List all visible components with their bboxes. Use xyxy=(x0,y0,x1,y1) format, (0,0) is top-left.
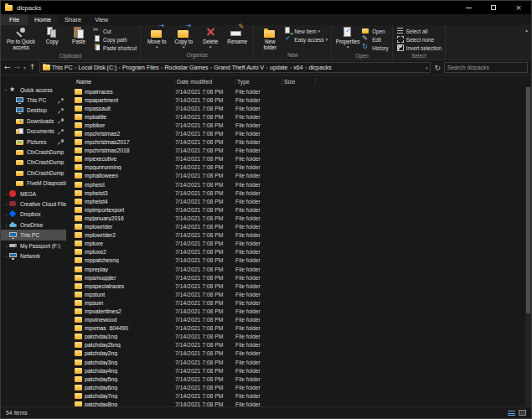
breadcrumb-segment-x64[interactable]: x64 xyxy=(292,65,303,70)
sidebar-item-creative-cloud-files[interactable]: Creative Cloud Files xyxy=(1,199,66,209)
sidebar-item-desktop[interactable]: Desktop xyxy=(1,106,66,116)
breadcrumb-segment-program-files[interactable]: Program Files xyxy=(121,65,160,70)
file-row-patchday2bng[interactable]: patchday2bng7/14/2021 7:08 PMFile folder xyxy=(75,341,531,349)
select-none-button[interactable]: Select none xyxy=(396,35,442,44)
sidebar-item-this-pc[interactable]: This PC xyxy=(1,230,66,240)
forward-icon[interactable] xyxy=(14,64,21,71)
file-row-mpvinewood[interactable]: mpvinewood7/14/2021 7:08 PMFile folder xyxy=(75,316,531,324)
file-row-mpchristmas2[interactable]: mpchristmas27/14/2021 7:08 PMFile folder xyxy=(75,129,531,137)
sidebar-item-this-pc[interactable]: This PC xyxy=(1,95,66,105)
tab-home[interactable]: Home xyxy=(28,14,58,25)
chevron-icon[interactable] xyxy=(3,87,9,93)
sidebar-item-dropbox[interactable]: Dropbox xyxy=(1,210,66,220)
file-row-mpjanuary2016[interactable]: mpjanuary20167/14/2021 7:08 PMFile folde… xyxy=(75,214,531,222)
chevron-icon[interactable] xyxy=(3,201,9,207)
file-row-mpheist3[interactable]: mpheist37/14/2021 7:08 PMFile folder xyxy=(75,189,531,197)
tab-view[interactable]: View xyxy=(88,14,115,25)
file-row-mpspecialraces[interactable]: mpspecialraces7/14/2021 7:08 PMFile fold… xyxy=(75,282,531,290)
breadcrumb-segment-local-disk-c[interactable]: Local Disk (C:) xyxy=(77,65,117,70)
breadcrumb-segment-grand-theft-auto-v[interactable]: Grand Theft Auto V xyxy=(213,65,265,70)
breadcrumb-segment-this-pc[interactable]: This PC xyxy=(51,65,74,70)
file-row-mpheist[interactable]: mpheist7/14/2021 7:08 PMFile folder xyxy=(75,180,531,189)
file-row-mpluxe[interactable]: mpluxe7/14/2021 7:08 PMFile folder xyxy=(75,240,531,248)
file-row-mpreplay[interactable]: mpreplay7/14/2021 7:08 PMFile folder xyxy=(75,265,531,273)
file-row-mplowrider2[interactable]: mplowrider27/14/2021 7:08 PMFile folder xyxy=(75,231,531,240)
file-row-mpluxe2[interactable]: mpluxe27/14/2021 7:08 PMFile folder xyxy=(75,248,531,256)
file-row-mpstunt[interactable]: mpstunt7/14/2021 7:08 PMFile folder xyxy=(75,290,531,298)
file-row-mpchristmas2018[interactable]: mpchristmas20187/14/2021 7:08 PMFile fol… xyxy=(75,147,531,155)
file-row-patchday4ng[interactable]: patchday4ng7/14/2021 7:08 PMFile folder xyxy=(75,366,531,375)
scrollbar-thumb[interactable] xyxy=(526,87,530,313)
new-item-button[interactable]: New item▾ xyxy=(284,27,328,35)
refresh-icon[interactable] xyxy=(434,64,441,72)
search-input[interactable] xyxy=(445,65,527,70)
sidebar-item-cfxcrashdump-202[interactable]: CfxCrashDump_202 xyxy=(1,158,66,168)
file-row-mpheist4[interactable]: mpheist47/14/2021 7:08 PMFile folder xyxy=(75,197,531,205)
up-icon[interactable] xyxy=(29,64,36,71)
invert-selection-button[interactable]: Invert selection xyxy=(396,44,442,52)
file-row-patchday6ng[interactable]: patchday6ng7/14/2021 7:08 PMFile folder xyxy=(75,383,531,391)
sidebar-item-pictures[interactable]: Pictures xyxy=(1,137,66,147)
file-row-mphalloween[interactable]: mphalloween7/14/2021 7:08 PMFile folder xyxy=(75,172,531,180)
sidebar-item-network[interactable]: Network xyxy=(1,251,66,261)
copy-button[interactable]: Copy xyxy=(39,26,65,45)
delete-button[interactable]: Delete▾ xyxy=(198,26,223,49)
pin-to-quick-access-button[interactable]: Pin to Quick access xyxy=(4,26,38,51)
properties-button[interactable]: Properties▾ xyxy=(335,26,360,49)
file-row-mpgunrunning[interactable]: mpgunrunning7/14/2021 7:08 PMFile folder xyxy=(75,163,531,172)
paste-button[interactable]: Paste xyxy=(66,26,91,45)
sidebar-item-cfxcrashdump-202[interactable]: CfxCrashDump_202 xyxy=(1,168,66,178)
file-row-patchday8ng[interactable]: patchday8ng7/14/2021 7:08 PMFile folder xyxy=(75,400,531,406)
sidebar-item-downloads[interactable]: Downloads xyxy=(1,116,66,126)
sidebar-item-my-passport-f[interactable]: My Passport (F:) xyxy=(1,241,66,251)
close-button[interactable]: × xyxy=(506,1,531,14)
vertical-scrollbar[interactable] xyxy=(525,87,531,406)
column-header-type[interactable]: Type xyxy=(235,78,282,85)
cut-button[interactable]: Cut xyxy=(93,27,137,35)
file-row-mpsmuggler[interactable]: mpsmuggler7/14/2021 7:08 PMFile folder xyxy=(75,273,531,282)
file-row-patchday7ng[interactable]: patchday7ng7/14/2021 7:08 PMFile folder xyxy=(75,391,531,400)
column-header-name[interactable]: Name xyxy=(75,78,175,85)
file-row-patchday1ng[interactable]: patchday1ng7/14/2021 7:08 PMFile folder xyxy=(75,333,531,341)
file-row-mpimportexport[interactable]: mpimportexport7/14/2021 7:08 PMFile fold… xyxy=(75,205,531,214)
sidebar-item-mega[interactable]: MEGA xyxy=(1,189,66,199)
file-row-mpairraces[interactable]: mpairraces7/14/2021 7:08 PMFile folder xyxy=(75,87,531,96)
chevron-icon[interactable] xyxy=(3,211,9,217)
titlebar[interactable]: dlcpacks × xyxy=(1,1,531,14)
copy-to-button[interactable]: Copy to▾ xyxy=(171,26,196,49)
file-row-mpexecutive[interactable]: mpexecutive7/14/2021 7:08 PMFile folder xyxy=(75,155,531,163)
file-row-mppatchesng[interactable]: mppatchesng7/14/2021 7:08 PMFile folder xyxy=(75,256,531,265)
breadcrumb-segment-update[interactable]: update xyxy=(269,65,288,70)
file-row-mpapartment[interactable]: mpapartment7/14/2021 7:08 PMFile folder xyxy=(75,96,531,104)
file-row-patchday2ng[interactable]: patchday2ng7/14/2021 7:08 PMFile folder xyxy=(75,349,531,358)
file-row-mpchristmas2017[interactable]: mpchristmas20177/14/2021 7:08 PMFile fol… xyxy=(75,138,531,147)
select-all-button[interactable]: Select all xyxy=(396,27,442,35)
file-row-patchday3ng[interactable]: patchday3ng7/14/2021 7:08 PMFile folder xyxy=(75,358,531,366)
file-row-mpbattle[interactable]: mpbattle7/14/2021 7:08 PMFile folder xyxy=(75,112,531,121)
sidebar-item-documents[interactable]: Documents xyxy=(1,127,66,137)
sidebar-item-onedrive[interactable]: OneDrive xyxy=(1,220,66,230)
maximize-button[interactable] xyxy=(481,1,506,14)
address-box[interactable]: This PCLocal Disk (C:)Program FilesRocks… xyxy=(39,62,431,73)
easy-access-button[interactable]: Easy access▾ xyxy=(284,35,328,44)
chevron-icon[interactable] xyxy=(3,191,9,197)
file-row-mpvalentines2[interactable]: mpvalentines27/14/2021 7:08 PMFile folde… xyxy=(75,307,531,315)
file-row-mplowrider[interactable]: mplowrider7/14/2021 7:08 PMFile folder xyxy=(75,223,531,231)
file-row-mpassault[interactable]: mpassault7/14/2021 7:08 PMFile folder xyxy=(75,104,531,112)
column-header-date-modified[interactable]: Date modified xyxy=(175,78,235,85)
paste-shortcut-button[interactable]: Paste shortcut xyxy=(93,44,137,52)
back-icon[interactable] xyxy=(4,64,11,71)
chevron-icon[interactable] xyxy=(3,243,9,249)
sidebar-item-fivem-diagnostics[interactable]: FiveM Diagnostics xyxy=(1,178,66,189)
file-row-mpbiker[interactable]: mpbiker7/14/2021 7:08 PMFile folder xyxy=(75,121,531,129)
rename-button[interactable]: Rename xyxy=(225,26,250,45)
address-dropdown-icon[interactable] xyxy=(426,65,428,70)
sidebar-item-quick-access[interactable]: Quick access xyxy=(1,85,66,95)
file-row-mpxmas-604490[interactable]: mpxmas_6044907/14/2021 7:08 PMFile folde… xyxy=(75,324,531,333)
copy-path-button[interactable]: Copy path xyxy=(93,35,137,44)
history-button[interactable]: History xyxy=(362,44,389,52)
new-folder-button[interactable]: New folder xyxy=(257,26,282,51)
thumbnails-view-icon[interactable] xyxy=(519,410,526,416)
tab-share[interactable]: Share xyxy=(58,14,88,25)
chevron-icon[interactable] xyxy=(3,232,9,238)
